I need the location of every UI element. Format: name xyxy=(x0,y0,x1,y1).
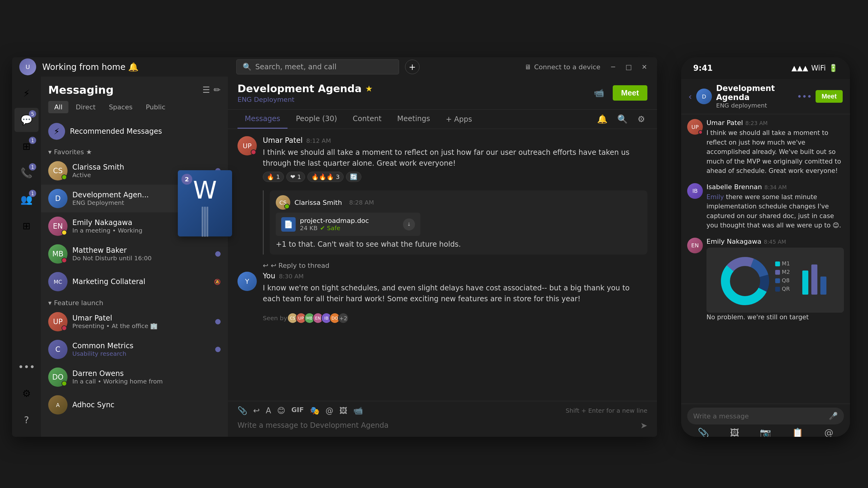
mention-icon[interactable]: @ xyxy=(326,406,333,415)
message-input[interactable]: Write a message to Development Agenda xyxy=(238,419,389,432)
sidebar-item-teams[interactable]: ⊞ 1 xyxy=(14,134,38,158)
tab-all[interactable]: All xyxy=(48,101,68,113)
attach-icon[interactable]: 📎 xyxy=(238,406,247,415)
search-chat-icon[interactable]: 🔍 xyxy=(615,112,630,127)
reaction-heart[interactable]: ❤️ 1 xyxy=(286,172,305,182)
reaction-fire3[interactable]: 🔥🔥🔥 3 xyxy=(307,172,344,182)
minimize-button[interactable]: ─ xyxy=(608,61,618,72)
contact-marketing[interactable]: MC Marketing Collateral 🔕 xyxy=(41,268,228,295)
phone-meet-button[interactable]: Meet xyxy=(815,90,843,103)
contact-darren[interactable]: DO Darren Owens In a call • Working home… xyxy=(41,363,228,391)
feature-launch-section[interactable]: ▾ Feature launch xyxy=(41,295,228,308)
contact-umar[interactable]: UP Umar Patel Presenting • At the office… xyxy=(41,308,228,335)
chat-subtitle[interactable]: ENG Deployment xyxy=(238,96,373,103)
phone-msg-header-isabelle: Isabelle Brennan 8:34 AM xyxy=(707,183,844,191)
messaging-controls: ☰ ✏ xyxy=(202,85,221,95)
video-icon[interactable]: 📹 xyxy=(353,406,363,415)
contact-adhoc[interactable]: A Adhoc Sync xyxy=(41,391,228,419)
chat-tabs: Messages People (30) Content Meetings + … xyxy=(228,110,657,129)
shift-hint: Shift + Enter for a new line xyxy=(566,407,647,414)
msg-time-own: 8:30 AM xyxy=(279,272,304,280)
format-icon[interactable]: A xyxy=(266,406,271,415)
phone-attach-icon[interactable]: 📎 xyxy=(698,427,709,437)
favorites-section[interactable]: ▾ Favorites ★ xyxy=(41,144,228,157)
download-button[interactable]: ↓ xyxy=(403,218,415,230)
notifications-icon[interactable]: 🔔 xyxy=(595,112,610,127)
phone-mention-icon[interactable]: @ xyxy=(824,427,833,437)
sticker-icon[interactable]: 🎭 xyxy=(310,406,319,415)
input-toolbar: 📎 ↩ A 😊 GIF 🎭 @ 🖼 📹 Shift + Enter for a … xyxy=(238,406,647,415)
video-call-icon[interactable]: 📹 xyxy=(591,86,607,100)
phone-sticker-icon[interactable]: 📋 xyxy=(792,427,803,437)
recommended-messages[interactable]: ⚡ Recommended Messages xyxy=(41,118,228,144)
messages-container[interactable]: UP Umar Patel 8:12 AM I think we should … xyxy=(228,129,657,401)
maximize-button[interactable]: □ xyxy=(623,61,634,72)
tab-content[interactable]: Content xyxy=(345,110,389,129)
contact-common-metrics[interactable]: C Common Metrics Usability research xyxy=(41,335,228,363)
sidebar-item-calls[interactable]: 📞 1 xyxy=(14,161,38,185)
phone-mic-icon[interactable]: 🎤 xyxy=(829,412,838,420)
sidebar-item-people[interactable]: 👥 1 xyxy=(14,187,38,212)
phone-image-icon[interactable]: 🖼 xyxy=(730,427,739,437)
file-icon: 📄 xyxy=(281,217,296,232)
message-own: Y You 8:30 AM I know we're on tight sche… xyxy=(238,272,647,304)
doc-badge: 2 xyxy=(181,174,192,185)
gif-icon[interactable]: GIF xyxy=(291,406,304,415)
phone-messages[interactable]: UP Umar Patel 8:23 AM I think we should … xyxy=(681,114,850,404)
filter-icon[interactable]: ☰ xyxy=(202,85,210,95)
msg-text-umar: I think we should all take a moment to r… xyxy=(263,147,647,169)
chat-actions: 📹 Meet xyxy=(591,85,647,101)
tab-apps[interactable]: + Apps xyxy=(438,110,479,129)
contact-status-darren: In a call • Working home from xyxy=(72,378,221,385)
emoji-icon[interactable]: 😊 xyxy=(277,406,285,415)
contact-name-matthew: Matthew Baker xyxy=(72,246,210,255)
tab-direct[interactable]: Direct xyxy=(70,101,101,113)
teams-badge: 1 xyxy=(29,137,36,144)
sidebar-item-settings[interactable]: ⚙ xyxy=(14,381,38,405)
chat-settings-icon[interactable]: ⚙ xyxy=(635,112,647,127)
close-button[interactable]: ✕ xyxy=(639,61,650,72)
meet-button[interactable]: Meet xyxy=(613,85,647,101)
user-avatar[interactable]: U xyxy=(19,59,36,75)
phone-camera-icon[interactable]: 📷 xyxy=(760,427,771,437)
chat-tab-actions: 🔔 🔍 ⚙ xyxy=(595,110,647,129)
contact-info-adhoc: Adhoc Sync xyxy=(72,401,221,409)
tab-meetings[interactable]: Meetings xyxy=(390,110,437,129)
avatar-dev-agenda: D xyxy=(48,189,67,208)
contact-matthew[interactable]: MB Matthew Baker Do Not Disturb until 16… xyxy=(41,240,228,268)
contact-info-common-metrics: Common Metrics Usability research xyxy=(72,341,210,357)
tab-messages[interactable]: Messages xyxy=(238,110,287,129)
phone-chat-info: Development Agenda ENG deployment xyxy=(716,84,793,109)
title-bar-left: U Working from home 🔔 xyxy=(19,59,236,75)
compose-icon[interactable]: ✏ xyxy=(214,85,221,95)
send-button[interactable]: ➤ xyxy=(641,421,647,430)
sidebar-item-activity[interactable]: ⚡ xyxy=(14,82,38,105)
sidebar-item-apps[interactable]: ⊞ xyxy=(14,214,38,238)
reply-toolbar-icon[interactable]: ↩ xyxy=(253,406,260,415)
filter-tabs: All Direct Spaces Public xyxy=(41,98,228,116)
reaction-cycle[interactable]: 🔄 xyxy=(346,172,361,182)
phone-sender-umar: Umar Patel xyxy=(707,119,743,127)
svg-rect-15 xyxy=(820,276,827,295)
phone-back-button[interactable]: ‹ xyxy=(688,91,692,102)
thread-header: CS Clarissa Smith 8:28 AM xyxy=(276,195,641,210)
unread-dot-umar xyxy=(215,319,221,324)
sidebar-item-chat[interactable]: 💬 5 xyxy=(14,108,38,132)
add-button[interactable]: + xyxy=(405,60,420,74)
sidebar-item-help[interactable]: ? xyxy=(14,408,38,432)
tab-spaces[interactable]: Spaces xyxy=(103,101,138,113)
reaction-fire1[interactable]: 🔥 1 xyxy=(263,172,284,182)
phone-options-icon[interactable]: ••• xyxy=(797,92,812,101)
phone-text-emily: No problem. we're still on target xyxy=(707,313,844,322)
svg-text:Q8: Q8 xyxy=(782,277,789,284)
search-box[interactable]: 🔍 Search, meet, and call xyxy=(236,59,399,74)
sidebar-item-more[interactable]: ••• xyxy=(14,355,38,379)
connect-device[interactable]: 🖥 Connect to a device xyxy=(524,63,600,71)
tab-people[interactable]: People (30) xyxy=(289,110,344,129)
seen-by: Seen by CS UP MB EN IB DO +2 xyxy=(263,313,647,324)
chat-title: Development Agenda ★ xyxy=(238,83,373,95)
tab-public[interactable]: Public xyxy=(140,101,172,113)
reply-to-thread-button[interactable]: ↩ ↩ Reply to thread xyxy=(263,259,647,272)
image-icon[interactable]: 🖼 xyxy=(339,406,347,415)
phone-input-field[interactable]: Write a message 🎤 xyxy=(687,408,844,424)
